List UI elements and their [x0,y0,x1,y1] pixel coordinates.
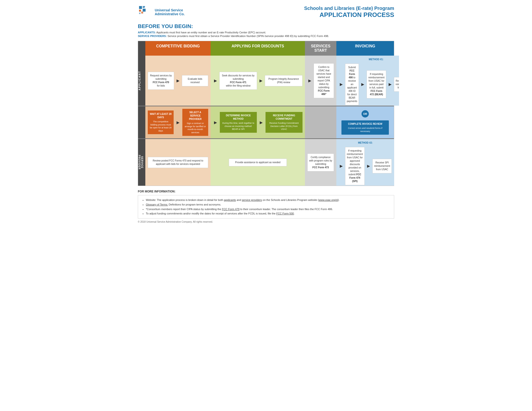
form500-link[interactable]: FCC Form 500 [276,212,294,215]
applicants-label: APPLICANTS: [138,31,156,34]
applicant-apply-box2: Program Integrity Assurance (PIA) review [265,75,303,86]
funding-title: RECEIVE FUNDING COMMITMENT [267,114,301,121]
invoice-method-title: DETERMINE INVOICE METHOD [222,114,255,121]
providers-text: Service providers must first obtain a Se… [168,35,329,37]
arrow-prov1: ▶ [339,164,344,168]
applicant-invoice-box1: Submit FCC Form 498 to receive an applic… [345,64,359,105]
applicant-apply-box1: Seek discounts for services by submittin… [219,72,257,90]
service-providers-link[interactable]: service providers [242,198,262,201]
before-section: BEFORE YOU BEGIN: APPLICANTS: Applicants… [138,23,394,37]
complete-desc: Correct errors and resubmit forms if nec… [343,127,387,133]
applicants-link[interactable]: applicants [224,198,236,201]
main-diagram: COMPETITIVE BIDDING APPLYING FOR DISCOUN… [138,41,394,186]
applicant-services-cell: ▶ Confirm to USAC that services have sta… [305,56,336,106]
logo-line1: Universal Service [155,8,185,12]
footer-list: Website: The application process is brok… [142,198,390,216]
select-title: SELECT A SERVICE PROVIDER [184,111,206,121]
applicant-invoice-box2: If requesting reimbursement from USAC fo… [367,70,386,98]
wait-desc: The competitive bidding process must be … [150,120,172,132]
select-desc: Sign a contract or arrange for tarriffed… [184,122,206,134]
before-heading: BEFORE YOU BEGIN: [138,23,394,29]
middle-bid-box2: SELECT A SERVICE PROVIDER Sign a contrac… [182,109,208,136]
col-header-invoicing: INVOICING [336,41,394,56]
applicant-bid-box1: Request services by submittingFCC Form 4… [148,72,174,90]
svg-rect-5 [141,12,143,14]
provider-invoice-box1: If requesting reimbursement from USAC fo… [345,147,365,185]
invoice-method-desc: During this time, work together to choos… [222,121,255,131]
footer-item-2: Glossary of Terms: Definitions for progr… [146,202,390,207]
svg-rect-6 [144,6,145,7]
applicant-bidding-cell: Request services by submittingFCC Form 4… [145,56,211,106]
provider-services-box1: Certify compliance with program rules by… [307,154,334,171]
applicant-applying-cell: ▶ Seek discounts for services by submitt… [211,56,305,106]
side-label-provider: SERVICEPROVIDER [138,139,145,186]
funding-desc: Receive Funding Commitment Decision Lett… [267,121,301,131]
middle-bid-box1: WAIT AT LEAST 28 DAYS The competitive bi… [148,111,174,134]
invoice-method-box: DETERMINE INVOICE METHOD During this tim… [220,112,257,133]
provider-label-text: SERVICEPROVIDER [138,141,143,183]
method1-label: METHOD #1: [339,58,399,61]
provider-invoice-box2: Receive SPI reimbursement from USAC [372,159,392,173]
providers-label: SERVICE PROVIDERS: [138,35,167,37]
applicant-invoicing-cell: METHOD #1: ▶ Submit FCC Form 498 to rece… [336,56,399,106]
method2-label: METHOD #2: [339,141,392,144]
svg-rect-4 [139,13,141,14]
arrow-prov2: ▶ [366,164,371,168]
provider-apply-box1: Provide assistance to applicant as neede… [229,159,287,166]
applicants-line: APPLICANTS: Applicants must first have a… [138,31,394,34]
title-area: Schools and Libraries (E-rate) Program A… [304,6,394,19]
footer-item-3: *Consortium members report their CIPA st… [146,207,390,212]
middle-apply-box2: RECEIVE FUNDING COMMITMENT Receive Fundi… [266,112,303,133]
arrow5: ▶ [339,82,344,86]
middle-side-spacer [138,106,145,138]
svg-rect-2 [139,10,141,12]
provider-applying-cell: Provide assistance to applicant as neede… [211,139,305,186]
logo-line2: Administrative Co. [155,12,185,16]
provider-row: SERVICEPROVIDER Review posted FCC Forms … [138,139,394,186]
logo-area: Universal Service Administrative Co. [138,5,185,19]
middle-applying-cell: ▶ DETERMINE INVOICE METHOD During this t… [211,106,305,138]
footer-section: FOR MORE INFORMATION: Website: The appli… [138,190,394,223]
provider-bid-box1: Review posted FCC Forms 470 and respond … [148,157,208,168]
arrow-mid1: ▶ [176,120,180,125]
usac-link[interactable]: www.usac.org/sl [319,198,338,201]
complete-label: COMPLETE INVOICE REVIEW [343,122,387,126]
middle-bidding-cell: WAIT AT LEAST 28 DAYS The competitive bi… [145,106,211,138]
middle-apply-box1: DETERMINE INVOICE METHOD During this tim… [220,112,257,133]
col-header-applying: APPLYING FOR DISCOUNTS [211,41,305,56]
complete-review-box: COMPLETE INVOICE REVIEW Correct errors a… [342,120,389,135]
footer-box: Website: The application process is brok… [138,195,394,219]
applicant-services-box1: Confirm to USAC that services have start… [314,63,334,98]
applicants-text: Applicants must first have an entity num… [156,31,266,34]
svg-rect-3 [143,9,146,12]
or-badge: OR [361,110,369,118]
logo-text: Universal Service Administrative Co. [155,8,185,16]
applicant-row: APPLICANT Request services by submitting… [138,56,394,106]
wait-title: WAIT AT LEAST 28 DAYS [150,112,172,119]
arrow6: ▶ [360,82,365,86]
glossary-link[interactable]: Glossary of Terms: [146,203,168,206]
middle-invoicing-cell: OR COMPLETE INVOICE REVIEW Correct error… [336,106,394,138]
arrow3: ▶ [258,78,263,83]
arrow-mid2: ▶ [213,120,218,125]
column-headers-row: COMPETITIVE BIDDING APPLYING FOR DISCOUN… [138,41,394,56]
applicant-invoice-box3: Receive BEAR reimbursement from USAC [394,77,399,92]
middle-row: WAIT AT LEAST 28 DAYS The competitive bi… [138,106,394,139]
funding-commitment-box: RECEIVE FUNDING COMMITMENT Receive Fundi… [266,112,303,133]
arrow4: ▶ [307,78,312,83]
header-spacer [138,41,145,56]
copyright: © 2018 Universal Service Administrative … [138,221,394,223]
svg-rect-0 [139,6,142,9]
provider-bidding-cell: Review posted FCC Forms 470 and respond … [145,139,211,186]
title-line1: Schools and Libraries (E-rate) Program [304,6,394,11]
applicant-bid-box2: Evaluate bids received [182,75,208,86]
usac-logo-icon [138,5,152,19]
arrow-mid3: ▶ [259,120,264,125]
title-line2: APPLICATION PROCESS [304,11,394,19]
side-label-applicant: APPLICANT [138,56,145,106]
form479-link[interactable]: FCC Form 479 [222,208,240,211]
col-header-services: SERVICES START [305,41,336,56]
middle-services-cell [305,106,336,138]
provider-invoicing-cell: METHOD #2: ▶ If requesting reimbursement… [336,139,394,186]
wait-28-box: WAIT AT LEAST 28 DAYS The competitive bi… [148,111,174,134]
